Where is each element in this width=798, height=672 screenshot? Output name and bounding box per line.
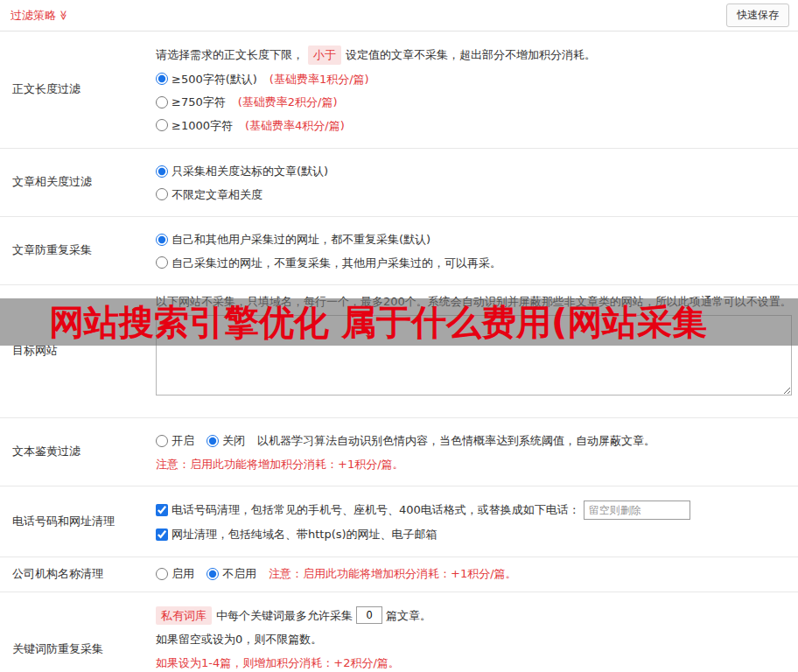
section-keyword-dedupe: 关键词防重复采集 私有词库 中每个关键词最多允许采集 篇文章。 如果留空或设为0…	[0, 592, 798, 672]
keyword-note-cost: 如果设为1-4篇，则增加积分消耗：+2积分/篇。	[156, 654, 791, 672]
section-label: 公司机构名称清理	[0, 557, 149, 592]
section-label: 关键词防重复采集	[0, 592, 149, 672]
radio-relevance-any[interactable]: 不限定文章相关度	[156, 186, 262, 204]
section-content: 请选择需求的正文长度下限， 小于 设定值的文章不采集，超出部分不增加积分消耗。 …	[149, 32, 798, 148]
radio-1000-chars[interactable]: ≥1000字符	[156, 117, 233, 135]
keyword-note-unlimited: 如果留空或设为0，则不限篇数。	[156, 631, 791, 648]
porn-filter-warning: 注意：启用此功能将增加积分消耗：+1积分/篇。	[156, 456, 791, 473]
body-length-option-row: ≥1000字符 (基础费率4积分/篇)	[156, 117, 791, 135]
section-relevance: 文章相关度过滤 只采集相关度达标的文章(默认) 不限定文章相关度	[0, 149, 798, 217]
radio-input[interactable]	[156, 435, 168, 447]
body-length-option-row: ≥500字符(默认) (基础费率1积分/篇)	[156, 71, 791, 88]
body-length-intro: 请选择需求的正文长度下限， 小于 设定值的文章不采集，超出部分不增加积分消耗。	[156, 46, 791, 65]
section-content: 自己和其他用户采集过的网址，都不重复采集(默认) 自己采集过的网址，不重复采集，…	[149, 217, 798, 284]
intro-text-pre: 请选择需求的正文长度下限，	[156, 46, 304, 64]
radio-company-on[interactable]: 启用	[156, 565, 194, 583]
page-title[interactable]: 过滤策略 ≫	[10, 8, 69, 24]
radio-label: ≥1000字符	[172, 117, 233, 135]
intro-text-post: 设定值的文章不采集，超出部分不增加积分消耗。	[346, 46, 596, 64]
section-label: 正文长度过滤	[0, 32, 149, 148]
relevance-option-row: 不限定文章相关度	[156, 186, 791, 204]
radio-label: ≥500字符(默认)	[172, 71, 257, 88]
section-content: 开启 关闭 以机器学习算法自动识别色情内容，当色情概率达到系统阈值，自动屏蔽文章…	[149, 418, 798, 486]
porn-filter-description: 以机器学习算法自动识别色情内容，当色情概率达到系统阈值，自动屏蔽文章。	[257, 432, 655, 450]
checkbox-phone-cleanup[interactable]: 电话号码清理，包括常见的手机号、座机号、400电话格式，或替换成如下电话：	[156, 501, 580, 519]
section-porn-filter: 文本鉴黄过滤 开启 关闭 以机器学习算法自动识别色情内容，当色情概率达到系统阈值…	[0, 418, 798, 486]
radio-750-chars[interactable]: ≥750字符	[156, 94, 226, 111]
dedupe-option-row: 自己采集过的网址，不重复采集，其他用户采集过的，可以再采。	[156, 255, 791, 272]
radio-label: 自己和其他用户采集过的网址，都不重复采集(默认)	[172, 231, 430, 248]
radio-input[interactable]	[156, 188, 168, 200]
radio-500-chars[interactable]: ≥500字符(默认)	[156, 71, 257, 88]
section-content: 启用 不启用 注意：启用此功能将增加积分消耗：+1积分/篇。	[149, 557, 798, 592]
quick-save-button[interactable]: 快速保存	[726, 4, 789, 27]
radio-porn-off[interactable]: 关闭	[206, 432, 245, 450]
radio-input[interactable]	[156, 96, 168, 108]
checkbox-label: 网址清理，包括纯域名、带http(s)的网址、电子邮箱	[172, 526, 438, 543]
rate-note: (基础费率2积分/篇)	[238, 94, 338, 111]
section-label: 文本鉴黄过滤	[0, 418, 149, 486]
rate-note: (基础费率4积分/篇)	[245, 117, 345, 135]
radio-input[interactable]	[156, 568, 168, 580]
keyword-limit-text: 中每个关键词最多允许采集	[216, 607, 353, 625]
checkbox-input[interactable]	[156, 504, 168, 516]
radio-dedupe-global[interactable]: 自己和其他用户采集过的网址，都不重复采集(默认)	[156, 231, 430, 248]
radio-input[interactable]	[156, 119, 168, 131]
radio-input[interactable]	[206, 568, 219, 580]
section-content: 只采集相关度达标的文章(默认) 不限定文章相关度	[149, 149, 798, 216]
radio-label: 启用	[172, 565, 194, 583]
watermark-overlay: 网站搜索引擎优化 属于什么费用(网站采集	[0, 298, 798, 346]
radio-input[interactable]	[156, 73, 168, 85]
section-label: 电话号码和网址清理	[0, 486, 149, 556]
keyword-limit-suffix: 篇文章。	[386, 607, 431, 625]
replacement-phone-input[interactable]	[584, 500, 690, 520]
checkbox-url-cleanup[interactable]: 网址清理，包括纯域名、带http(s)的网址、电子邮箱	[156, 526, 438, 543]
radio-label: 自己采集过的网址，不重复采集，其他用户采集过的，可以再采。	[172, 255, 501, 272]
header-bar: 过滤策略 ≫ 快速保存	[0, 0, 798, 32]
radio-relevance-strict[interactable]: 只采集相关度达标的文章(默认)	[156, 163, 328, 180]
radio-input[interactable]	[156, 234, 168, 246]
company-cleanup-warning: 注意：启用此功能将增加积分消耗：+1积分/篇。	[269, 565, 517, 583]
radio-input[interactable]	[156, 256, 168, 269]
radio-label: 不限定文章相关度	[172, 186, 262, 204]
radio-porn-on[interactable]: 开启	[156, 432, 194, 450]
section-phone-url-cleanup: 电话号码和网址清理 电话号码清理，包括常见的手机号、座机号、400电话格式，或替…	[0, 486, 798, 557]
url-cleanup-row: 网址清理，包括纯域名、带http(s)的网址、电子邮箱	[156, 526, 791, 543]
phone-cleanup-row: 电话号码清理，包括常见的手机号、座机号、400电话格式，或替换成如下电话：	[156, 500, 791, 520]
chevron-down-icon: ≫	[58, 10, 69, 21]
section-content: 电话号码清理，包括常见的手机号、座机号、400电话格式，或替换成如下电话： 网址…	[149, 486, 798, 556]
keyword-limit-row: 私有词库 中每个关键词最多允许采集 篇文章。	[156, 606, 791, 626]
section-label: 文章防重复采集	[0, 217, 149, 284]
radio-label: 开启	[172, 432, 194, 450]
page-title-text: 过滤策略	[10, 8, 56, 24]
section-label: 文章相关度过滤	[0, 149, 149, 216]
radio-input[interactable]	[206, 435, 219, 447]
section-dedupe-url: 文章防重复采集 自己和其他用户采集过的网址，都不重复采集(默认) 自己采集过的网…	[0, 217, 798, 285]
radio-company-off[interactable]: 不启用	[206, 565, 256, 583]
radio-dedupe-self-only[interactable]: 自己采集过的网址，不重复采集，其他用户采集过的，可以再采。	[156, 255, 501, 272]
checkbox-label: 电话号码清理，包括常见的手机号、座机号、400电话格式，或替换成如下电话：	[172, 501, 580, 519]
radio-label: ≥750字符	[172, 94, 226, 111]
dedupe-option-row: 自己和其他用户采集过的网址，都不重复采集(默认)	[156, 231, 791, 248]
radio-label: 只采集相关度达标的文章(默认)	[172, 163, 328, 180]
watermark-text: 网站搜索引擎优化 属于什么费用(网站采集	[0, 298, 707, 346]
body-length-option-row: ≥750字符 (基础费率2积分/篇)	[156, 94, 791, 111]
relevance-option-row: 只采集相关度达标的文章(默认)	[156, 163, 791, 180]
radio-input[interactable]	[156, 165, 168, 178]
keyword-limit-input[interactable]	[356, 606, 382, 624]
section-content: 私有词库 中每个关键词最多允许采集 篇文章。 如果留空或设为0，则不限篇数。 如…	[149, 592, 798, 672]
section-body-length: 正文长度过滤 请选择需求的正文长度下限， 小于 设定值的文章不采集，超出部分不增…	[0, 32, 798, 149]
less-than-highlight: 小于	[308, 46, 341, 65]
radio-label: 不启用	[222, 565, 256, 583]
checkbox-input[interactable]	[156, 528, 168, 541]
radio-label: 关闭	[222, 432, 245, 450]
rate-note: (基础费率1积分/篇)	[270, 71, 369, 88]
porn-filter-option-row: 开启 关闭 以机器学习算法自动识别色情内容，当色情概率达到系统阈值，自动屏蔽文章…	[156, 432, 791, 450]
private-lexicon-highlight: 私有词库	[156, 606, 212, 626]
section-company-cleanup: 公司机构名称清理 启用 不启用 注意：启用此功能将增加积分消耗：+1积分/篇。	[0, 557, 798, 592]
